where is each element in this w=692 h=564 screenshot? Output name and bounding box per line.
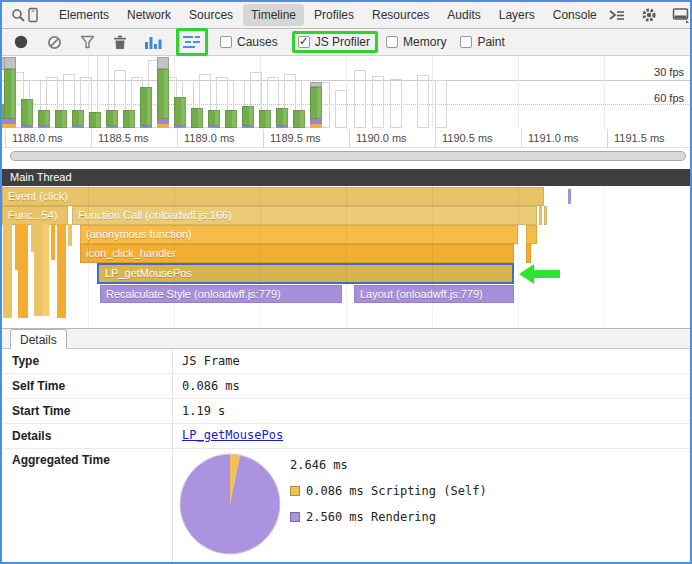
- fps-frame-outline: [417, 75, 429, 128]
- gridline: [432, 56, 433, 129]
- fps-bar-purple-segment: [72, 126, 84, 128]
- legend-text: 0.086 ms Scripting (Self): [306, 484, 487, 498]
- main-thread-header[interactable]: Main Thread: [2, 169, 690, 186]
- fps-bar-purple-segment: [38, 126, 50, 128]
- row-label: Type: [12, 354, 39, 368]
- flame-purple-tick[interactable]: [568, 189, 571, 204]
- fps-bar-purple-segment: [106, 126, 118, 128]
- gridline: [432, 186, 433, 328]
- tab-profiles[interactable]: Profiles: [306, 4, 362, 26]
- horizontal-scrollbar[interactable]: [10, 151, 686, 161]
- paint-checkbox-label: Paint: [477, 35, 504, 49]
- flame-bar-lp-getmousepos-selected[interactable]: LP_getMousePos: [97, 263, 514, 284]
- fps-bar-purple-segment: [208, 126, 220, 128]
- flame-chart[interactable]: Event (click) Func...54) Function Call (…: [2, 186, 690, 328]
- flame-bar-layout[interactable]: Layout (onloadwff.js:779): [354, 285, 514, 303]
- fps-frame-bar: [72, 110, 84, 126]
- tab-timeline[interactable]: Timeline: [243, 4, 304, 26]
- record-button[interactable]: [11, 32, 31, 52]
- gridline: [518, 186, 519, 328]
- legend-text: 2.560 ms Rendering: [306, 510, 436, 524]
- fps-frame-bar: [21, 99, 33, 126]
- filter-icon[interactable]: [77, 32, 97, 52]
- flame-stack-stripe: [51, 224, 55, 260]
- dock-side-icon[interactable]: [670, 4, 692, 26]
- flame-bar-anonymous-function[interactable]: (anonymous function): [80, 225, 518, 244]
- fps-frame-outline: [390, 79, 402, 128]
- js-profiler-checkbox[interactable]: JS Profiler: [298, 35, 370, 49]
- causes-checkbox[interactable]: Causes: [220, 35, 278, 49]
- flame-stack-stripe: [3, 224, 12, 318]
- ruler-label: 1188.0 ms: [5, 129, 91, 148]
- pie-total: 2.646 ms: [290, 458, 348, 472]
- flame-bar-icon-click-handler[interactable]: icon_click_handler: [80, 244, 514, 263]
- tab-audits[interactable]: Audits: [439, 4, 488, 26]
- fps-bar-orange-segment: [310, 124, 322, 128]
- ruler-label: 1189.5 ms: [263, 129, 349, 148]
- memory-checkbox-label: Memory: [403, 35, 446, 49]
- gridline: [260, 186, 261, 328]
- fps-frame-bar: [310, 87, 322, 119]
- flame-stack-stripe: [18, 224, 28, 318]
- flame-sliver[interactable]: [526, 225, 537, 244]
- flame-sliver[interactable]: [526, 244, 531, 263]
- flame-sliver[interactable]: [539, 206, 542, 225]
- console-drawer-icon[interactable]: [606, 4, 628, 26]
- flame-stack-stripe: [42, 224, 49, 316]
- fps-frame-bar: [225, 110, 237, 128]
- tab-console[interactable]: Console: [545, 4, 605, 26]
- clear-button[interactable]: [44, 32, 64, 52]
- details-tabbar: Details: [2, 328, 690, 349]
- ruler-label: 1190.0 ms: [349, 129, 435, 148]
- js-profiler-checkbox-box: [298, 36, 310, 48]
- tab-elements[interactable]: Elements: [51, 4, 117, 26]
- paint-checkbox-box: [460, 36, 472, 48]
- timeline-ruler[interactable]: 1188.0 ms 1188.5 ms 1189.0 ms 1189.5 ms …: [2, 129, 690, 148]
- row-value: 0.086 ms: [182, 379, 240, 393]
- details-tab[interactable]: Details: [10, 329, 67, 350]
- overview-bars-icon[interactable]: [143, 32, 163, 52]
- tab-layers[interactable]: Layers: [491, 4, 543, 26]
- fps-frame-bar: [242, 106, 254, 126]
- flame-bar-func-truncated[interactable]: Func...54): [2, 206, 68, 225]
- tab-network[interactable]: Network: [119, 4, 179, 26]
- memory-checkbox-box: [386, 36, 398, 48]
- fps-bar-purple-segment: [140, 126, 152, 128]
- tab-resources[interactable]: Resources: [364, 4, 437, 26]
- ruler-label: 1191.0 ms: [521, 129, 607, 148]
- details-table: Type JS Frame Self Time 0.086 ms Start T…: [2, 349, 690, 564]
- flame-sliver[interactable]: [544, 206, 547, 225]
- fps-frame-bar: [259, 110, 271, 128]
- memory-checkbox[interactable]: Memory: [386, 35, 446, 49]
- device-mode-icon[interactable]: [26, 4, 40, 26]
- js-profiler-checkbox-label: JS Profiler: [315, 35, 370, 49]
- ruler-label: 1189.0 ms: [177, 129, 263, 148]
- row-value: JS Frame: [182, 354, 240, 368]
- flame-bar-recalculate-style[interactable]: Recalculate Style (onloadwff.js:779): [100, 285, 342, 303]
- fps-overview-chart[interactable]: 30 fps 60 fps: [2, 56, 690, 129]
- fps-frame-outline: [435, 80, 447, 128]
- flame-bar-function-call[interactable]: Function Call (onloadwff.js:166): [72, 206, 537, 225]
- fps-frame-bar: [123, 110, 135, 128]
- details-row-self-time: Self Time 0.086 ms: [2, 374, 690, 399]
- row-value: 1.19 s: [182, 404, 225, 418]
- flame-stack-stripe: [34, 224, 42, 316]
- gridline: [88, 186, 89, 328]
- timeline-toolbar: Causes JS Profiler Memory Paint: [2, 29, 690, 56]
- fps-bar-gray-cap: [310, 82, 322, 87]
- flame-bar-event-click[interactable]: Event (click): [2, 187, 544, 206]
- trash-icon[interactable]: [110, 32, 130, 52]
- tab-sources[interactable]: Sources: [181, 4, 241, 26]
- inspect-element-icon[interactable]: [10, 4, 26, 26]
- flame-chart-view-icon[interactable]: [182, 32, 202, 52]
- fps-frame-bar: [191, 108, 203, 128]
- aggregated-time-pie-chart: [178, 452, 282, 556]
- paint-checkbox[interactable]: Paint: [460, 35, 504, 49]
- lp-getmousepos-link[interactable]: LP_getMousePos: [182, 428, 283, 442]
- settings-gear-icon[interactable]: [638, 4, 660, 26]
- green-arrow-shaft: [533, 270, 560, 278]
- gridline: [346, 186, 347, 328]
- fps-frame-bar: [38, 110, 50, 126]
- devtools-window: Elements Network Sources Timeline Profil…: [0, 0, 692, 564]
- fps-frame-bar: [140, 87, 152, 126]
